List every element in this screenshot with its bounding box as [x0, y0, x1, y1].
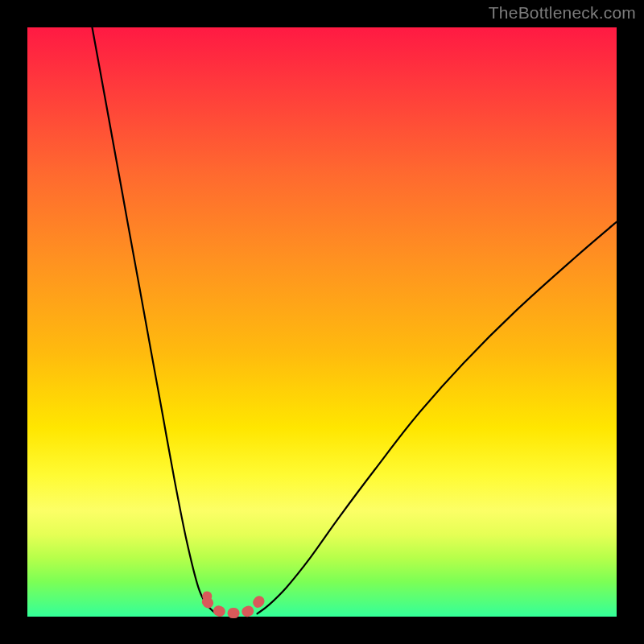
- curve-right-branch: [258, 222, 617, 614]
- trough-marker-dot: [202, 591, 212, 601]
- curve-layer: [27, 27, 617, 617]
- watermark-text: TheBottleneck.com: [489, 3, 636, 23]
- trough-marker-stroke: [207, 601, 260, 613]
- plot-area: [27, 27, 617, 617]
- chart-frame: TheBottleneck.com: [0, 0, 644, 644]
- curve-left-branch: [93, 27, 217, 613]
